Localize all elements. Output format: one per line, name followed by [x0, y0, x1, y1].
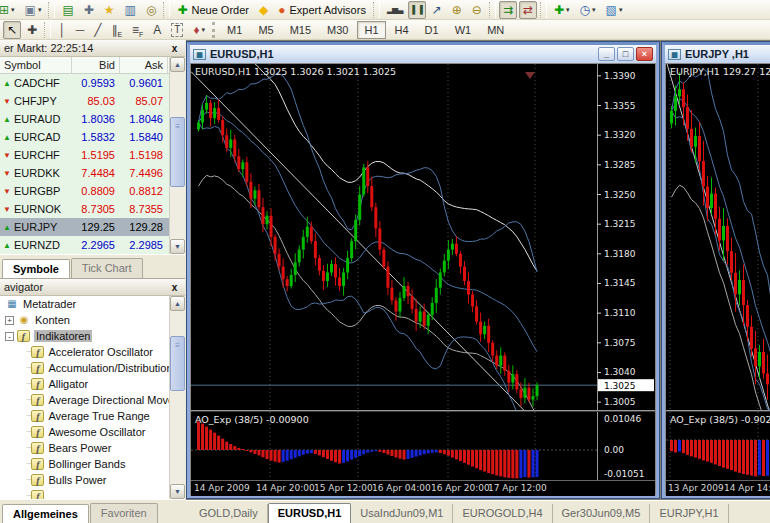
tree-item-accumulation-distribution[interactable]: ┈fAccumulation/Distribution — [0, 360, 169, 376]
market-watch-row-euraud[interactable]: ▲EURAUD1.80361.8046 — [0, 110, 169, 128]
templates-icon[interactable]: ▧▾ — [602, 1, 627, 19]
period-button-mn[interactable]: MN — [480, 21, 511, 39]
arrows-icon[interactable]: ♦▾ — [189, 21, 209, 39]
period-button-m5[interactable]: M5 — [251, 21, 280, 39]
cursor-icon[interactable]: ↖ — [3, 21, 21, 39]
eurusd-price-pane[interactable]: 1.33901.33551.33201.32851.32501.32151.31… — [191, 64, 655, 410]
vertical-line-icon[interactable]: │ — [54, 21, 70, 39]
scroll-thumb[interactable] — [170, 117, 185, 187]
period-button-d1[interactable]: D1 — [418, 21, 446, 39]
tree-item-bulls-power[interactable]: ┈fBulls Power — [0, 472, 169, 488]
tree-item-bollinger-bands[interactable]: ┈fBollinger Bands — [0, 456, 169, 472]
tree-item-average-true-range[interactable]: ┈fAverage True Range — [0, 408, 169, 424]
profiles-icon[interactable]: ▣▾ — [21, 1, 46, 19]
new-order-button[interactable]: ✚Neue Order — [173, 1, 253, 19]
market-watch-row-chfjpy[interactable]: ▼CHFJPY85.0385.07 — [0, 92, 169, 110]
periods-icon[interactable]: ◷▾ — [576, 1, 600, 19]
chart-tab-ger30jun09-m5[interactable]: Ger30Jun09,M5 — [553, 504, 651, 523]
close-button[interactable]: × — [636, 47, 653, 61]
trendline-icon[interactable]: ╱ — [90, 21, 105, 39]
market-watch-row-eurnzd[interactable]: ▲EURNZD2.29652.2985 — [0, 236, 169, 254]
market-watch-icon[interactable]: ▤ — [58, 1, 77, 19]
eurjpy-price-pane[interactable]: EURJPY,H1 129.27 129.28 — [666, 64, 770, 410]
expert-advisors-button[interactable]: ●Expert Advisors — [274, 1, 370, 19]
tab-favoriten[interactable]: Favoriten — [90, 503, 158, 523]
minimize-button[interactable]: _ — [598, 47, 615, 61]
tick-down-icon: ▼ — [0, 169, 14, 178]
chart-tab-usaindjun09-m1[interactable]: UsaIndJun09,M1 — [351, 504, 453, 523]
close-icon[interactable]: x — [168, 282, 181, 293]
terminal-icon[interactable]: ▥ — [121, 1, 140, 19]
scroll-thumb[interactable] — [170, 336, 185, 391]
tree-item-partial[interactable]: ┈f — [0, 488, 169, 499]
market-watch-scrollbar[interactable]: ▲▼ — [169, 57, 185, 254]
eurusd-window-titlebar[interactable]: ▦ EURUSD,H1 _ □ × — [190, 45, 656, 63]
eurusd-ao-indicator-pane[interactable]: 0.010460.00-0.01051AO_Exp (38/5) -0.0090… — [191, 412, 655, 480]
market-watch-row-eurgbp[interactable]: ▼EURGBP0.88090.8812 — [0, 182, 169, 200]
column-header-ask[interactable]: Ask — [120, 57, 168, 73]
market-watch-row-cadchf[interactable]: ▲CADCHF0.95930.9601 — [0, 74, 169, 92]
crosshair-icon[interactable]: ✚ — [23, 21, 41, 39]
chart-shift-icon[interactable]: ⇄ — [519, 1, 537, 19]
maximize-button[interactable]: □ — [617, 47, 634, 61]
tab-tick-chart[interactable]: Tick Chart — [71, 258, 143, 278]
line-chart-icon[interactable]: ↗ — [428, 1, 446, 19]
mdi-workspace: ▦ EURUSD,H1 _ □ × 1.33901.33551.33201.32… — [186, 40, 770, 500]
column-header-symbol[interactable]: Symbol — [0, 57, 72, 73]
period-button-m15[interactable]: M15 — [283, 21, 318, 39]
scroll-up-button[interactable]: ▲ — [170, 296, 185, 311]
chart-tab-eurogold-h4[interactable]: EUROGOLD,H4 — [453, 504, 552, 523]
time-label: 15 Apr 12:00 — [314, 483, 373, 493]
period-button-w1[interactable]: W1 — [448, 21, 479, 39]
scroll-down-button[interactable]: ▼ — [170, 239, 185, 254]
tab-symbole[interactable]: Symbole — [2, 259, 70, 279]
candlestick-chart-icon[interactable]: ▌▐ — [408, 1, 425, 19]
indicators-icon[interactable]: ✚▾ — [550, 1, 574, 19]
tree-item-konten[interactable]: +◉Konten — [0, 312, 169, 328]
tab-allgemeines[interactable]: Allgemeines — [2, 504, 89, 523]
period-button-m1[interactable]: M1 — [220, 21, 249, 39]
navigator-scrollbar[interactable]: ▲▼ — [169, 296, 185, 499]
bar-chart-icon[interactable]: ▂▅▃ — [383, 1, 406, 19]
tree-item-bears-power[interactable]: ┈fBears Power — [0, 440, 169, 456]
zoom-out-icon[interactable]: ⊖ — [468, 1, 486, 19]
tree-item-indikatoren[interactable]: -fIndikatoren — [0, 328, 169, 344]
tree-item-metatrader[interactable]: ▦Metatrader — [0, 296, 169, 312]
tree-item-average-directional-move[interactable]: ┈fAverage Directional Move — [0, 392, 169, 408]
text-icon[interactable]: A — [149, 21, 165, 39]
market-watch-row-eurcad[interactable]: ▲EURCAD1.58321.5840 — [0, 128, 169, 146]
market-watch-row-eurjpy[interactable]: ▲EURJPY129.25129.28 — [0, 218, 169, 236]
strategy-tester-icon[interactable]: ◎ — [142, 1, 160, 19]
market-watch-row-eurdkk[interactable]: ▼EURDKK7.44847.4496 — [0, 164, 169, 182]
tree-item-awesome-oscillator[interactable]: ┈fAwesome Oscillator — [0, 424, 169, 440]
eurjpy-window-titlebar[interactable]: ▦ EURJPY ,H1 — [665, 45, 770, 63]
auto-scroll-icon[interactable]: ⇉ — [499, 1, 517, 19]
chart-tab-eurusd-h1[interactable]: EURUSD,H1 — [268, 503, 352, 523]
metaeditor-icon[interactable]: ◆ — [255, 1, 272, 19]
text-label-icon[interactable]: T — [167, 21, 187, 39]
eurjpy-ao-indicator-pane[interactable]: AO_Exp (38/5) -0.902 — [666, 412, 770, 480]
new-chart-icon[interactable]: ⊞▾ — [0, 1, 19, 19]
zoom-in-icon[interactable]: ⊕ — [448, 1, 466, 19]
period-button-m30[interactable]: M30 — [320, 21, 355, 39]
scroll-up-button[interactable]: ▲ — [170, 57, 185, 72]
chart-tab-gold-daily[interactable]: GOLD,Daily — [190, 504, 268, 523]
expand-icon[interactable]: + — [5, 316, 14, 325]
horizontal-line-icon: ─ — [76, 24, 85, 36]
scroll-down-button[interactable]: ▼ — [170, 484, 185, 499]
navigator-icon[interactable]: ★ — [100, 1, 119, 19]
market-watch-row-eurnok[interactable]: ▼EURNOK8.73058.7355 — [0, 200, 169, 218]
period-button-h4[interactable]: H4 — [388, 21, 416, 39]
close-icon[interactable]: x — [168, 43, 181, 54]
tree-item-accelerator-oscillator[interactable]: ┈fAccelerator Oscillator — [0, 344, 169, 360]
market-watch-row-eurchf[interactable]: ▼EURCHF1.51951.5198 — [0, 146, 169, 164]
period-button-h1[interactable]: H1 — [357, 21, 385, 39]
chart-tab-eurjpy-h1[interactable]: EURJPY,H1 — [650, 504, 728, 523]
collapse-icon[interactable]: - — [5, 332, 14, 341]
data-window-icon[interactable]: ✚ — [80, 1, 98, 19]
horizontal-line-icon[interactable]: ─ — [72, 21, 89, 39]
tree-item-alligator[interactable]: ┈fAlligator — [0, 376, 169, 392]
fibonacci-icon[interactable]: ≡F — [128, 21, 147, 39]
equidistant-channel-icon[interactable]: ∥E — [107, 21, 126, 39]
column-header-bid[interactable]: Bid — [72, 57, 120, 73]
